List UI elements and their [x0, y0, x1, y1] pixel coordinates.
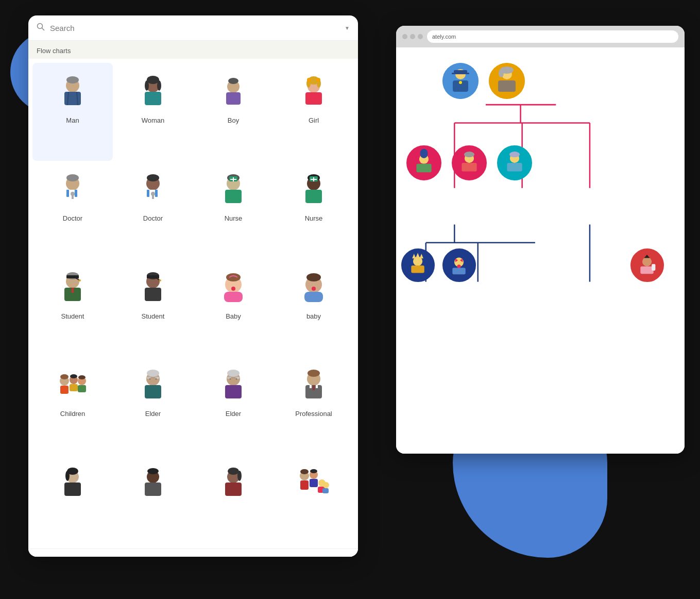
grid-item-family[interactable]	[274, 454, 354, 544]
svg-rect-76	[66, 190, 69, 197]
svg-point-81	[147, 174, 159, 181]
label-nurse_dark: Nurse	[305, 214, 323, 222]
grid-item-elder_f[interactable]: Elder	[193, 356, 274, 454]
search-input[interactable]	[50, 24, 339, 32]
svg-point-54	[66, 76, 79, 84]
grid-item-boy[interactable]: Boy	[193, 63, 274, 161]
label-girl: Girl	[309, 117, 319, 124]
label-professional: Professional	[295, 410, 332, 418]
svg-rect-92	[225, 190, 242, 203]
tree-node-police	[442, 63, 479, 99]
grid-item-professional[interactable]: Professional	[274, 356, 354, 454]
search-icon	[37, 23, 45, 33]
sort-icon[interactable]: ▼	[345, 25, 350, 31]
icon-baby_f	[213, 267, 254, 308]
grid-item-nurse_dark[interactable]: Nurse	[274, 161, 354, 259]
label-boy: Boy	[228, 117, 239, 124]
grid-item-man[interactable]: Man	[32, 63, 113, 161]
svg-point-165	[300, 469, 309, 474]
svg-rect-24	[420, 149, 428, 158]
grid-item-baby_m[interactable]: baby	[274, 259, 354, 357]
svg-point-114	[231, 287, 235, 291]
police-avatar	[442, 63, 479, 99]
grid-item-person_m_dark[interactable]	[113, 454, 193, 544]
tree-node-grandma1	[452, 145, 487, 180]
svg-point-61	[157, 80, 161, 91]
svg-rect-111	[145, 288, 161, 301]
icon-person_f2	[213, 462, 254, 504]
svg-rect-29	[462, 163, 476, 171]
svg-point-154	[65, 471, 70, 481]
svg-point-141	[230, 378, 231, 380]
svg-rect-144	[225, 385, 242, 398]
browser-dot-1	[402, 34, 407, 39]
icon-girl	[293, 71, 334, 112]
svg-rect-45	[452, 268, 465, 274]
section-title: Flow charts	[28, 41, 358, 59]
svg-point-157	[147, 468, 159, 474]
label-woman: Woman	[142, 117, 165, 124]
svg-point-138	[227, 370, 240, 377]
grid-item-doctor_m[interactable]: Doctor	[32, 161, 113, 259]
grid-item-woman[interactable]: Woman	[113, 63, 193, 161]
svg-rect-172	[322, 488, 329, 493]
svg-point-16	[459, 81, 462, 84]
icon-nurse_f	[213, 169, 254, 210]
icon-boy	[213, 71, 254, 112]
label-elder_f: Elder	[226, 410, 241, 418]
svg-rect-14	[452, 73, 469, 74]
grid-item-doctor_f[interactable]: Doctor	[113, 161, 193, 259]
tree-row-2	[406, 145, 532, 180]
tree-node-maggie	[442, 248, 476, 282]
browser-dot-3	[418, 34, 423, 39]
grid-item-student_f[interactable]: Student	[113, 259, 193, 357]
svg-point-64	[228, 78, 238, 84]
grid-item-nurse_f[interactable]: Nurse	[193, 161, 274, 259]
tree-row-1	[442, 63, 525, 99]
svg-rect-21	[498, 80, 516, 92]
svg-point-125	[70, 374, 77, 378]
icon-man	[52, 71, 93, 112]
svg-rect-25	[416, 164, 431, 172]
tree-node-marge	[406, 145, 441, 180]
grid-item-children[interactable]: Children	[32, 356, 113, 454]
svg-point-71	[316, 78, 320, 82]
svg-rect-86	[152, 195, 154, 199]
svg-rect-79	[72, 195, 74, 199]
svg-point-103	[79, 279, 81, 281]
icon-grid: Man Woman Boy Girl Doctor	[28, 59, 358, 548]
icon-student_m	[52, 267, 93, 308]
label-student_m: Student	[61, 312, 84, 320]
svg-rect-136	[145, 385, 161, 398]
icon-doctor_m	[52, 169, 93, 210]
svg-point-110	[159, 279, 161, 281]
grid-item-baby_f[interactable]: Baby	[193, 259, 274, 357]
browser-toolbar: ately.com	[396, 26, 685, 47]
svg-point-146	[308, 370, 320, 377]
grid-item-person_f2[interactable]	[193, 454, 274, 544]
get-more-button[interactable]: + Get More Objects	[28, 548, 358, 557]
svg-point-161	[237, 471, 242, 481]
tree-row-3	[401, 248, 476, 282]
icon-baby_m	[293, 267, 334, 308]
svg-rect-39	[411, 265, 424, 273]
svg-point-117	[306, 273, 321, 281]
grid-item-girl[interactable]: Girl	[274, 63, 354, 161]
grid-item-student_m[interactable]: Student	[32, 259, 113, 357]
icon-person_m_dark	[132, 462, 174, 504]
tree-node-asian-baby	[630, 248, 664, 282]
svg-rect-158	[145, 482, 161, 496]
search-bar: ▼	[28, 15, 358, 41]
icon-elder_f	[213, 364, 254, 406]
icon-student_f	[132, 267, 174, 308]
svg-rect-65	[226, 92, 241, 105]
svg-point-32	[509, 152, 520, 157]
svg-point-168	[310, 469, 317, 473]
grid-item-elder_m[interactable]: Elder	[113, 356, 193, 454]
svg-point-59	[147, 76, 159, 84]
grid-item-person_f1[interactable]	[32, 454, 113, 544]
label-elder_m: Elder	[145, 410, 161, 418]
browser-window: ately.com	[396, 26, 685, 454]
svg-point-44	[457, 264, 460, 268]
icon-person_f1	[52, 462, 93, 504]
